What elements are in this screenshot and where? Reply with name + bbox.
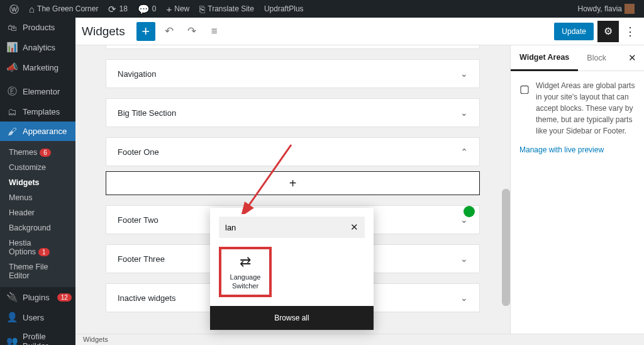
submenu-label: Widgets xyxy=(9,178,40,187)
appearance-icon: 🖌 xyxy=(6,126,18,137)
menu-analytics[interactable]: 📊Analytics xyxy=(0,37,75,57)
chevron-down-icon: ⌄ xyxy=(460,293,468,303)
block-language-switcher[interactable]: ⇄ Language Switcher xyxy=(219,247,272,297)
menu-templates[interactable]: 🗂Templates xyxy=(0,102,75,122)
admin-bar: ⓦ ⌂The Green Corner ⟳18 💬0 +New ⎘Transla… xyxy=(0,0,644,18)
settings-button[interactable]: ⚙ xyxy=(597,21,619,42)
submenu-themes[interactable]: Themes6 xyxy=(0,145,75,160)
chevron-up-icon: ⌄ xyxy=(460,147,468,157)
add-block-appender[interactable]: + xyxy=(106,171,480,195)
inserter-search: ✕ xyxy=(219,217,365,238)
plugins-icon: 🔌 xyxy=(6,291,18,303)
language-switcher-icon: ⇄ xyxy=(240,254,251,270)
redo-button[interactable]: ↷ xyxy=(183,23,201,40)
widget-area-footer-one[interactable]: Footer One⌄ xyxy=(106,137,480,166)
section-title: Navigation xyxy=(118,69,156,79)
admin-sidebar: 🛍Products 📊Analytics 📣Marketing ⒺElement… xyxy=(0,18,75,345)
menu-appearance[interactable]: 🖌Appearance xyxy=(0,122,75,141)
section-title: Footer Two xyxy=(118,215,158,225)
footer-one-body: + xyxy=(106,171,480,195)
menu-users[interactable]: 👤Users xyxy=(0,307,75,327)
list-view-button[interactable]: ≡ xyxy=(206,23,223,40)
plus-icon: + xyxy=(289,176,297,191)
page-title: Widgets xyxy=(82,25,125,38)
widget-area-big-title[interactable]: Big Title Section⌄ xyxy=(106,98,480,127)
submenu-label: Customize xyxy=(9,163,46,172)
menu-plugins[interactable]: 🔌Plugins12 xyxy=(0,287,75,307)
site-name-link[interactable]: ⌂The Green Corner xyxy=(25,0,103,18)
tab-block[interactable]: Block xyxy=(578,46,615,70)
block-inserter-popover: ✕ ⇄ Language Switcher Browse all xyxy=(210,208,374,330)
howdy-label: Howdy, flavia xyxy=(578,4,622,13)
section-title: Big Title Section xyxy=(118,108,176,118)
update-button[interactable]: Update xyxy=(554,23,594,40)
inserter-search-input[interactable] xyxy=(225,223,350,232)
browse-all-button[interactable]: Browse all xyxy=(210,306,374,330)
updates-count: 18 xyxy=(119,4,127,13)
chevron-down-icon: ⌄ xyxy=(460,254,468,264)
elementor-icon: Ⓔ xyxy=(6,86,18,98)
block-label: Language Switcher xyxy=(221,273,269,290)
menu-marketing[interactable]: 📣Marketing xyxy=(0,57,75,77)
profile-builder-icon: 👥 xyxy=(6,336,18,345)
panel-tabs: Widget Areas Block ✕ xyxy=(511,45,644,71)
manage-live-preview-link[interactable]: Manage with live preview xyxy=(511,145,644,154)
menu-label: Profile Builder xyxy=(23,332,69,345)
submenu-label: Theme File Editor xyxy=(9,263,48,280)
account-menu[interactable]: Howdy, flavia xyxy=(574,0,639,18)
menu-products[interactable]: 🛍Products xyxy=(0,18,75,37)
submenu-hestia[interactable]: Hestia Options1 xyxy=(0,235,75,259)
section-title: Footer One xyxy=(118,147,159,157)
section-title: Inactive widgets xyxy=(118,293,176,303)
wp-logo[interactable]: ⓦ xyxy=(5,0,23,18)
submenu-label: Hestia Options xyxy=(9,239,36,256)
submenu-customize[interactable]: Customize xyxy=(0,160,75,175)
products-icon: 🛍 xyxy=(6,22,18,33)
menu-label: Products xyxy=(23,23,55,32)
analytics-icon: 📊 xyxy=(6,42,18,53)
menu-label: Marketing xyxy=(23,63,58,72)
menu-elementor[interactable]: ⒺElementor xyxy=(0,81,75,102)
menu-profile-builder[interactable]: 👥Profile Builder xyxy=(0,327,75,345)
submenu-label: Header xyxy=(9,208,35,217)
translate-label: Translate Site xyxy=(208,4,254,13)
new-label: New xyxy=(174,4,189,13)
clear-search-button[interactable]: ✕ xyxy=(350,222,358,233)
submenu-menus[interactable]: Menus xyxy=(0,190,75,205)
users-icon: 👤 xyxy=(6,312,18,323)
submenu-label: Themes xyxy=(9,148,37,157)
editor-footer: Widgets xyxy=(75,334,644,345)
breadcrumb[interactable]: Widgets xyxy=(83,336,108,343)
new-link[interactable]: +New xyxy=(162,0,194,18)
submenu-background[interactable]: Background xyxy=(0,220,75,235)
menu-label: Templates xyxy=(23,107,60,116)
menu-label: Elementor xyxy=(23,87,60,96)
tab-widget-areas[interactable]: Widget Areas xyxy=(511,45,578,71)
editor-header: Widgets + ↶ ↷ ≡ Update ⚙ ⋮ xyxy=(75,18,644,45)
widget-areas-icon: ▢ xyxy=(519,81,530,137)
badge: 12 xyxy=(57,293,72,302)
templates-icon: 🗂 xyxy=(6,106,18,117)
submenu-widgets[interactable]: Widgets xyxy=(0,175,75,190)
add-block-button[interactable]: + xyxy=(136,22,155,41)
undo-button[interactable]: ↶ xyxy=(160,23,178,40)
marketing-icon: 📣 xyxy=(6,62,18,73)
submenu-theme-editor[interactable]: Theme File Editor xyxy=(0,259,75,283)
section-title: Footer Three xyxy=(118,254,165,264)
appearance-submenu: Themes6 Customize Widgets Menus Header B… xyxy=(0,141,75,287)
submenu-header[interactable]: Header xyxy=(0,205,75,220)
close-panel-button[interactable]: ✕ xyxy=(621,46,644,70)
more-options-button[interactable]: ⋮ xyxy=(623,25,638,38)
menu-label: Analytics xyxy=(23,43,55,52)
scrollbar[interactable] xyxy=(502,189,510,306)
status-indicator xyxy=(464,206,475,217)
translate-link[interactable]: ⎘Translate Site xyxy=(195,0,258,18)
badge: 6 xyxy=(40,149,51,157)
updraft-link[interactable]: UpdraftPlus xyxy=(260,0,308,18)
submenu-label: Background xyxy=(9,223,51,232)
comments-link[interactable]: 💬0 xyxy=(133,0,161,18)
widget-area-navigation[interactable]: Navigation⌄ xyxy=(106,59,480,88)
submenu-label: Menus xyxy=(9,193,33,202)
menu-label: Plugins xyxy=(23,293,50,302)
updates-link[interactable]: ⟳18 xyxy=(104,0,131,18)
